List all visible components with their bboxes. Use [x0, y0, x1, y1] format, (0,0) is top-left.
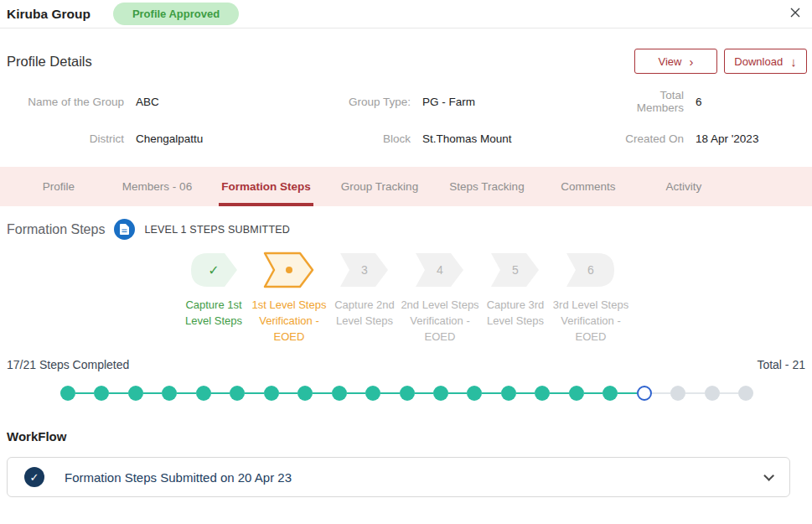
- chevron-down-icon[interactable]: [763, 470, 774, 481]
- progress-dot: [501, 386, 516, 401]
- step-number: 4: [413, 251, 467, 289]
- field-value: St.Thomas Mount: [422, 132, 600, 145]
- progress-dot: [230, 386, 245, 401]
- progress-dot: [569, 386, 584, 401]
- level-status-text: LEVEL 1 STEPS SUBMITTED: [144, 224, 290, 236]
- field-value: 6: [696, 96, 805, 108]
- tab-label: Profile: [43, 180, 75, 193]
- workflow-accordion-item[interactable]: ✓ Formation Steps Submitted on 20 Apr 23: [7, 457, 790, 497]
- steps-total-label: Total - 21: [757, 358, 805, 371]
- progress-connector: [720, 392, 738, 394]
- current-dot-icon: [262, 251, 316, 289]
- step-number-text: 5: [512, 263, 519, 277]
- tab-label: Activity: [666, 180, 702, 193]
- profile-modal: Kiruba Group Profile Approved Profile De…: [0, 0, 812, 497]
- tab-label: Group Tracking: [341, 180, 418, 193]
- progress-connector: [75, 392, 94, 394]
- check-glyph: ✓: [208, 262, 219, 278]
- step-label: Capture 3rd Level Steps: [475, 297, 556, 329]
- profile-fields-grid: Name of the GroupABCGroup Type:PG - Farm…: [0, 74, 812, 145]
- field-label: Block: [339, 132, 411, 145]
- progress-dot: [196, 386, 211, 401]
- step-label: 2nd Level Steps Verification - EOED: [400, 297, 480, 345]
- step-label: 3rd Level Steps Verification - EOED: [551, 297, 631, 345]
- progress-dot: [705, 386, 720, 401]
- workflow-item-text: Formation Steps Submitted on 20 Apr 23: [65, 470, 292, 485]
- progress-dot: [162, 386, 177, 401]
- tab-profile[interactable]: Profile: [0, 167, 117, 206]
- tab-group-tracking[interactable]: Group Tracking: [335, 167, 424, 206]
- progress-dot: [264, 386, 279, 401]
- step-shape: 5: [489, 251, 542, 289]
- tab-label: Formation Steps: [221, 180, 311, 193]
- progress-connector: [313, 392, 331, 394]
- progress-dot: [332, 386, 347, 401]
- tab-formation-steps[interactable]: Formation Steps: [197, 167, 335, 206]
- download-button[interactable]: Download ↓: [724, 49, 807, 74]
- modal-header: Kiruba Group Profile Approved: [0, 0, 812, 29]
- formation-stepper: ✓Capture 1st Level Steps1st Level Steps …: [0, 251, 812, 345]
- tab-steps-tracking[interactable]: Steps Tracking: [424, 167, 550, 206]
- progress-dot: [738, 386, 753, 401]
- profile-approved-badge: Profile Approved: [113, 3, 239, 26]
- progress-dot: [297, 386, 313, 401]
- formation-step-5: 5Capture 3rd Level Steps: [478, 251, 553, 345]
- step-number: 3: [338, 251, 391, 289]
- step-label: 1st Level Steps Verification - EOED: [249, 297, 329, 345]
- progress-connector: [109, 392, 127, 394]
- field-label: Total Members: [612, 89, 684, 114]
- formation-steps-header: Formation Steps LEVEL 1 STEPS SUBMITTED: [0, 219, 812, 240]
- progress-dot: [670, 386, 685, 401]
- progress-dot: [60, 386, 75, 401]
- step-number: 6: [564, 251, 618, 289]
- profile-details-header: Profile Details View › Download ↓: [0, 49, 812, 74]
- progress-summary: 17/21 Steps Completed Total - 21: [0, 358, 812, 371]
- step-number-text: 6: [587, 263, 594, 277]
- tab-members-06[interactable]: Members - 06: [117, 167, 197, 206]
- workflow-title: WorkFlow: [7, 429, 812, 444]
- progress-dot: [467, 386, 482, 401]
- formation-steps-title: Formation Steps: [7, 222, 105, 237]
- workflow-check-icon: ✓: [24, 467, 44, 487]
- progress-connector: [347, 392, 365, 394]
- dot-glyph: [286, 267, 292, 273]
- tab-label: Comments: [561, 180, 615, 193]
- field-label: Name of the Group: [7, 96, 124, 108]
- progress-connector: [584, 392, 603, 394]
- progress-connector: [177, 392, 195, 394]
- progress-connector: [618, 392, 636, 394]
- tab-comments[interactable]: Comments: [550, 167, 627, 206]
- tab-label: Steps Tracking: [449, 180, 524, 193]
- progress-connector: [550, 392, 568, 394]
- progress-connector: [415, 392, 433, 394]
- progress-connector: [245, 392, 263, 394]
- step-shape: 3: [338, 251, 391, 289]
- progress-dot: [365, 386, 380, 401]
- step-number-text: 3: [361, 263, 368, 277]
- tab-activity[interactable]: Activity: [627, 167, 741, 206]
- formation-step-1: ✓Capture 1st Level Steps: [176, 251, 251, 345]
- progress-connector: [380, 392, 399, 394]
- progress-dot: [128, 386, 143, 401]
- tab-bar: ProfileMembers - 06Formation StepsGroup …: [0, 167, 812, 206]
- formation-step-6: 63rd Level Steps Verification - EOED: [553, 251, 628, 345]
- progress-connector: [143, 392, 162, 394]
- formation-step-3: 3Capture 2nd Level Steps: [327, 251, 402, 345]
- progress-dot: [637, 386, 652, 401]
- close-icon[interactable]: [789, 6, 802, 19]
- progress-connector: [516, 392, 535, 394]
- progress-dot: [400, 386, 415, 401]
- step-shape: ✓: [187, 251, 240, 289]
- view-button[interactable]: View ›: [634, 49, 717, 74]
- step-label: Capture 2nd Level Steps: [324, 297, 405, 329]
- step-number: 5: [489, 251, 542, 289]
- step-number-text: 4: [437, 263, 443, 277]
- formation-step-2: 1st Level Steps Verification - EOED: [251, 251, 327, 345]
- step-label: Capture 1st Level Steps: [173, 297, 254, 329]
- progress-dot: [433, 386, 448, 401]
- field-label: Group Type:: [339, 96, 411, 108]
- download-arrow-icon: ↓: [790, 55, 797, 68]
- progress-connector: [279, 392, 297, 394]
- section-title: Profile Details: [7, 54, 92, 70]
- progress-dot: [535, 386, 550, 401]
